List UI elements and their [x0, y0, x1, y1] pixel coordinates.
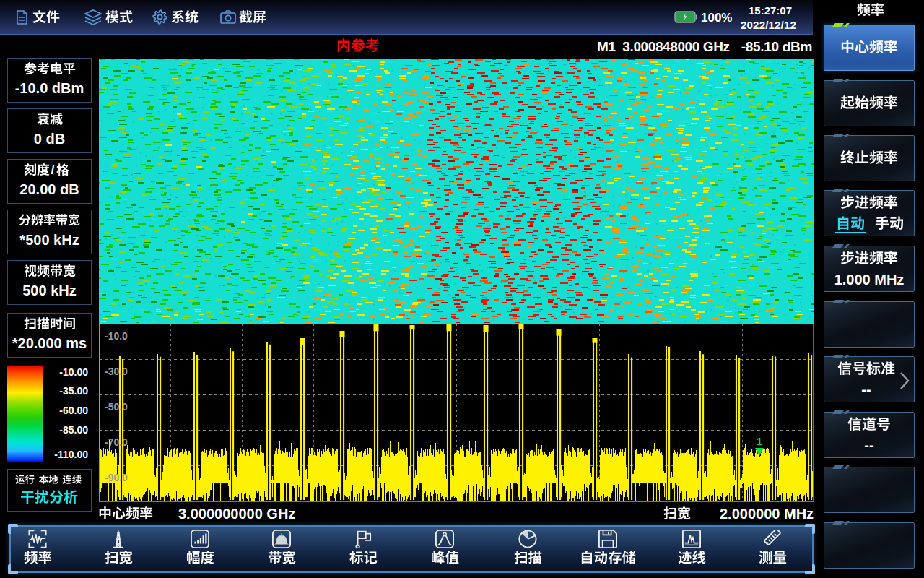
svg-text:-50.0: -50.0 — [105, 401, 128, 413]
svg-text:-90.0: -90.0 — [105, 472, 128, 483]
svg-text:-10.0: -10.0 — [105, 330, 128, 342]
svg-text:-70.0: -70.0 — [105, 436, 128, 448]
svg-text:-30.0: -30.0 — [105, 366, 128, 377]
svg-text:1: 1 — [757, 436, 762, 447]
